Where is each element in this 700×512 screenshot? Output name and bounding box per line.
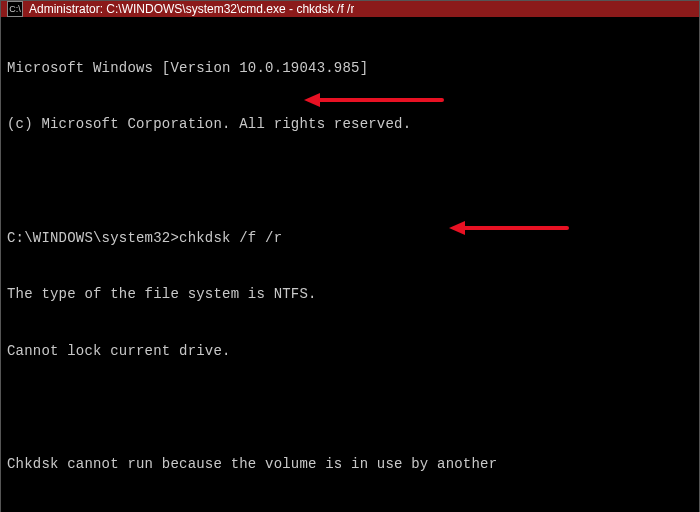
banner-line: Microsoft Windows [Version 10.0.19043.98… (7, 59, 693, 78)
window-title: Administrator: C:\WINDOWS\system32\cmd.e… (29, 2, 354, 16)
annotation-arrow-icon (304, 93, 444, 107)
output-line: Cannot lock current drive. (7, 342, 693, 361)
titlebar[interactable]: C:\ Administrator: C:\WINDOWS\system32\c… (1, 1, 699, 17)
cmd-icon: C:\ (7, 1, 23, 17)
prompt-line: C:\WINDOWS\system32>chkdsk /f /r (7, 229, 693, 248)
output-line: The type of the file system is NTFS. (7, 285, 693, 304)
cmd-window: C:\ Administrator: C:\WINDOWS\system32\c… (0, 0, 700, 512)
output-line: Chkdsk cannot run because the volume is … (7, 455, 693, 474)
blank-line (7, 399, 693, 418)
copyright-line: (c) Microsoft Corporation. All rights re… (7, 115, 693, 134)
terminal-area[interactable]: Microsoft Windows [Version 10.0.19043.98… (1, 17, 699, 512)
prompt-path: C:\WINDOWS\system32> (7, 230, 179, 246)
cmd-icon-glyph: C:\ (9, 5, 21, 14)
blank-line (7, 172, 693, 191)
command-input: chkdsk /f /r (179, 230, 282, 246)
